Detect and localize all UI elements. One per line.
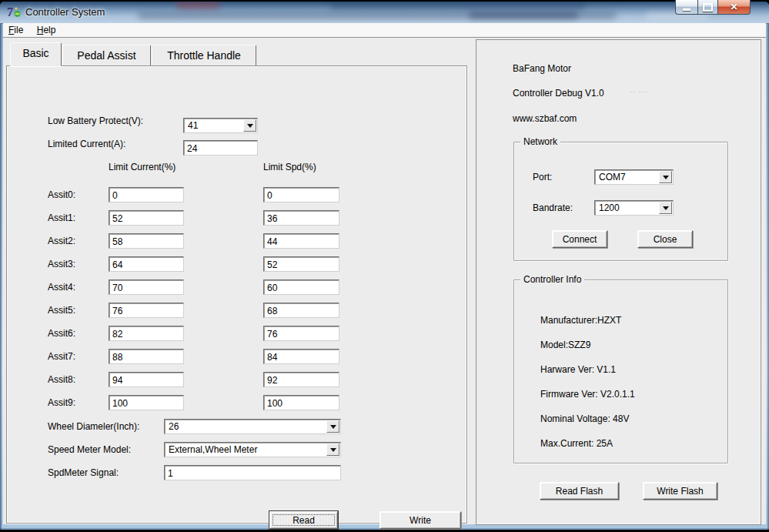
info-firmware-version: Firmware Ver: V2.0.1.1 — [540, 389, 635, 400]
window-title: Controller System — [25, 6, 105, 18]
speed-meter-model-label: Speed Meter Model: — [48, 444, 131, 455]
bandrate-combobox[interactable]: 1200 — [594, 200, 674, 216]
assist-row: Assit3: — [7, 256, 466, 273]
app-icon: 7 — [7, 5, 22, 18]
titlebar[interactable]: 7 Controller System — [0, 2, 769, 24]
caption-buttons: ✕ — [675, 0, 751, 15]
speed-meter-dropdown-button[interactable] — [326, 443, 339, 456]
wheel-diameter-dropdown-button[interactable] — [326, 420, 339, 433]
network-groupbox: Network Port: COM7 Bandrate: 1200 Connec… — [513, 142, 728, 261]
chevron-down-icon — [247, 124, 253, 128]
brand-line-website: www.szbaf.com — [513, 113, 577, 124]
wheel-diameter-combobox[interactable]: 26 — [164, 419, 341, 434]
tab-throttle-handle[interactable]: Throttle Handle — [152, 45, 256, 66]
titlebar-glass-artifacts — [0, 2, 769, 23]
port-value: COM7 — [599, 172, 626, 182]
tab-pedal-assist[interactable]: Pedal Assist — [62, 45, 151, 66]
assist2-spd-input[interactable] — [263, 233, 339, 249]
low-battery-dropdown-button[interactable] — [243, 119, 256, 132]
assist7-spd-input[interactable] — [263, 349, 339, 364]
brand-line-bafang: BaFang Motor — [513, 63, 571, 74]
assist-row: Assit1: — [7, 210, 466, 227]
minimize-button[interactable] — [675, 0, 698, 15]
assist1-spd-input[interactable] — [263, 210, 339, 226]
limit-spd-column-header: Limit Spd(%) — [263, 162, 316, 172]
assist8-spd-input[interactable] — [263, 372, 339, 387]
assist6-spd-input[interactable] — [263, 326, 339, 341]
chevron-down-icon — [663, 206, 669, 210]
assist9-current-input[interactable] — [109, 395, 184, 410]
brand-line-debug-version: Controller Debug V1.0 — [513, 88, 604, 99]
info-model: Model:SZZ9 — [540, 340, 590, 350]
assist-row: Assit8: — [7, 372, 466, 389]
network-close-button[interactable]: Close — [637, 230, 693, 248]
info-manufacturer: Manufacturer:HZXT — [540, 315, 621, 326]
low-battery-protect-label: Low Battery Protect(V): — [48, 115, 143, 126]
assist-row: Assit0: — [7, 187, 466, 204]
info-hardware-version: Harware Ver: V1.1 — [540, 364, 616, 375]
assist4-spd-input[interactable] — [263, 279, 339, 295]
limited-current-input[interactable] — [183, 140, 258, 156]
write-flash-button[interactable]: Write Flash — [643, 482, 717, 500]
spdmeter-signal-label: SpdMeter Signal: — [48, 467, 119, 478]
assist0-current-input[interactable] — [109, 187, 184, 202]
assist5-current-input[interactable] — [109, 303, 184, 318]
port-dropdown-button[interactable] — [659, 171, 672, 183]
bandrate-value: 1200 — [599, 202, 620, 213]
assist-label: Assit5: — [48, 305, 75, 316]
assist-row: Assit7: — [7, 349, 466, 366]
port-label: Port: — [533, 172, 552, 182]
right-panel: BaFang Motor Controller Debug V1.0 .. ..… — [476, 39, 761, 525]
connect-button[interactable]: Connect — [552, 230, 607, 248]
maximize-button[interactable] — [698, 0, 717, 15]
tab-basic[interactable]: Basic — [10, 42, 62, 66]
close-button[interactable]: ✕ — [717, 0, 751, 15]
write-button[interactable]: Write — [379, 511, 461, 529]
read-button[interactable]: Read — [269, 511, 338, 529]
assist-label: Assit6: — [48, 328, 75, 339]
controller-info-group-title: Controller Info — [520, 274, 584, 285]
screen-artifact-text: .. .... — [630, 86, 650, 94]
bandrate-dropdown-button[interactable] — [659, 202, 672, 214]
port-combobox[interactable]: COM7 — [594, 169, 674, 185]
maximize-icon — [703, 3, 713, 12]
bandrate-label: Bandrate: — [533, 202, 573, 213]
assist3-current-input[interactable] — [109, 256, 184, 272]
minimize-icon — [683, 8, 690, 11]
speed-meter-model-combobox[interactable]: External,Wheel Meter — [164, 442, 341, 457]
low-battery-protect-combobox[interactable]: 41 — [183, 118, 258, 133]
assist-label: Assit0: — [48, 189, 75, 200]
assist5-spd-input[interactable] — [263, 303, 339, 318]
read-flash-button[interactable]: Read Flash — [540, 482, 619, 500]
info-max-current: Max.Current: 25A — [540, 438, 613, 449]
controller-info-groupbox: Controller Info Manufacturer:HZXT Model:… — [513, 279, 728, 463]
assist9-spd-input[interactable] — [263, 395, 339, 410]
app-window: 7 Controller System ✕ File Help Basic Pe… — [0, 2, 769, 530]
assist4-current-input[interactable] — [109, 279, 184, 295]
assist-label: Assit9: — [48, 397, 75, 408]
assist-row: Assit6: — [7, 326, 466, 343]
chevron-down-icon — [663, 176, 669, 179]
assist-row: Assit4: — [7, 279, 466, 296]
chevron-down-icon — [330, 425, 336, 429]
svg-text:7: 7 — [7, 5, 13, 18]
assist0-spd-input[interactable] — [263, 187, 339, 202]
assist7-current-input[interactable] — [109, 349, 184, 364]
menu-file[interactable]: File — [3, 23, 28, 37]
spdmeter-signal-input[interactable] — [164, 465, 341, 480]
assist8-current-input[interactable] — [109, 372, 184, 387]
assist3-spd-input[interactable] — [263, 256, 339, 272]
assist-label: Assit7: — [48, 351, 75, 362]
assist-label: Assit8: — [48, 374, 75, 385]
basic-tab-panel: Low Battery Protect(V): 41 Limited Curre… — [6, 65, 467, 524]
assist1-current-input[interactable] — [109, 210, 184, 226]
assist2-current-input[interactable] — [109, 233, 184, 249]
low-battery-protect-value: 41 — [188, 120, 198, 131]
assist-row: Assit5: — [7, 303, 466, 320]
assist-label: Assit3: — [48, 259, 75, 269]
assist-row: Assit2: — [7, 233, 466, 250]
assist6-current-input[interactable] — [109, 326, 184, 341]
chevron-down-icon — [330, 448, 336, 452]
assist-label: Assit2: — [48, 236, 75, 246]
menu-help[interactable]: Help — [32, 23, 62, 37]
